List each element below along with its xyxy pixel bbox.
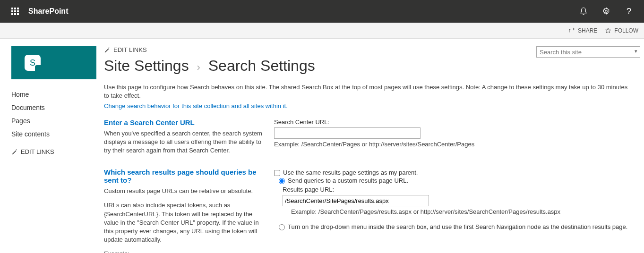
gear-icon[interactable] [595,0,618,23]
custom-url-radio[interactable] [279,178,285,184]
section2-desc3: Example: {SearchCenterURL}/results.aspx [104,250,265,253]
star-icon [605,27,611,34]
share-button[interactable]: SHARE [568,27,597,34]
follow-button[interactable]: FOLLOW [605,27,638,34]
page-body: S Home Documents Pages Site contents EDI… [0,39,644,253]
svg-rect-1 [14,8,16,9]
svg-rect-8 [17,13,19,15]
intro-link[interactable]: Change search behavior for this site col… [104,102,288,110]
content-area: EDIT LINKS ▾ Site Settings › Search Sett… [99,39,644,253]
site-logo-badge: S [25,55,41,71]
svg-rect-7 [14,13,16,15]
results-url-example: Example: /SearchCenter/Pages/results.asp… [291,208,633,215]
results-url-input[interactable] [283,195,429,206]
use-parent-checkbox-row[interactable]: Use the same results page settings as my… [274,169,633,176]
quick-launch-nav: Home Documents Pages Site contents [11,88,92,141]
app-launcher-icon[interactable] [4,0,26,23]
svg-rect-4 [14,10,16,12]
suite-bar: SharePoint ? [0,0,644,23]
search-center-url-example: Example: /SearchCenter/Pages or http://s… [274,141,633,148]
nav-item-site-contents[interactable]: Site contents [11,127,92,141]
search-input[interactable] [536,46,640,58]
dropdown-radio[interactable] [279,224,285,230]
section2-title: Which search results page should queries… [104,168,265,184]
section-search-center: Enter a Search Center URL When you've sp… [104,118,633,161]
svg-rect-0 [11,8,13,9]
use-parent-label: Use the same results page settings as my… [283,169,418,176]
svg-rect-3 [11,10,13,12]
left-column: S Home Documents Pages Site contents EDI… [0,39,99,253]
svg-rect-6 [11,13,13,15]
edit-links-top-label: EDIT LINKS [113,46,147,53]
edit-links-nav-label: EDIT LINKS [21,148,54,155]
nav-item-pages[interactable]: Pages [11,114,92,127]
section-results-page: Which search results page should queries… [104,168,633,253]
svg-rect-5 [17,10,19,12]
custom-url-radio-row[interactable]: Send queries to a custom results page UR… [279,177,633,184]
svg-point-9 [605,10,608,13]
brand-label[interactable]: SharePoint [28,7,68,16]
search-center-url-label: Search Center URL: [274,118,633,126]
custom-url-label: Send queries to a custom results page UR… [288,177,408,184]
edit-links-nav[interactable]: EDIT LINKS [11,148,54,155]
page-title: Site Settings › Search Settings [104,57,633,75]
site-logo[interactable]: S [11,46,96,79]
section2-desc1: Custom results page URLs can be relative… [104,187,265,195]
breadcrumb-separator-icon: › [197,61,200,73]
dropdown-radio-label: Turn on the drop-down menu inside the se… [288,223,627,230]
nav-item-documents[interactable]: Documents [11,101,92,114]
intro-text: Use this page to configure how Search be… [104,83,633,100]
section1-desc: When you've specified a search center, t… [104,129,265,155]
follow-label: FOLLOW [614,27,638,34]
search-center-url-input[interactable] [274,127,421,139]
section1-title: Enter a Search Center URL [104,118,265,126]
nav-item-home[interactable]: Home [11,88,92,101]
pencil-icon [11,149,18,155]
dropdown-radio-row[interactable]: Turn on the drop-down menu inside the se… [279,223,633,230]
section2-desc2: URLs can also include special tokens, su… [104,201,265,244]
help-icon[interactable]: ? [618,0,640,23]
edit-links-top[interactable]: EDIT LINKS [104,46,147,53]
use-parent-checkbox[interactable] [274,170,280,176]
ribbon-bar: SHARE FOLLOW [0,23,644,39]
share-icon [568,27,575,34]
svg-rect-2 [17,8,19,9]
notifications-icon[interactable] [572,0,595,23]
breadcrumb-parent[interactable]: Site Settings [104,57,189,74]
breadcrumb-current: Search Settings [208,57,315,74]
pencil-icon [104,47,111,53]
results-url-label: Results page URL: [283,186,633,193]
share-label: SHARE [578,27,597,34]
